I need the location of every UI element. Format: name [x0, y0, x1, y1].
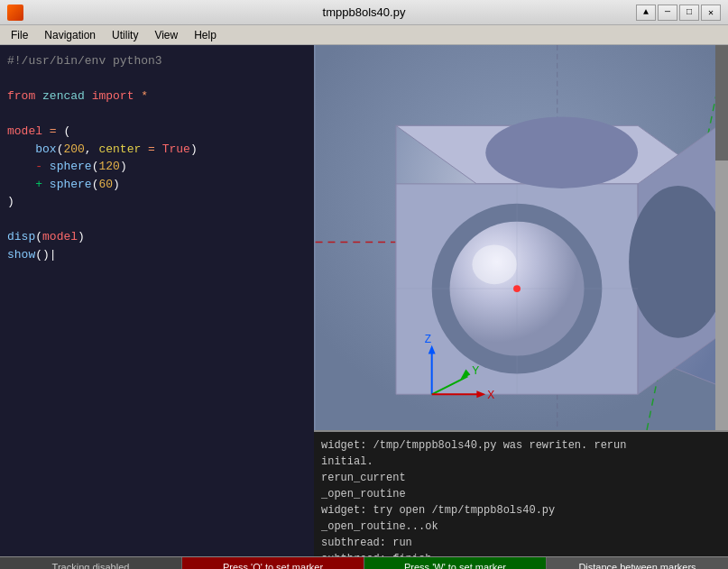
console-line-6: _open_routine...ok — [321, 519, 721, 535]
menu-help[interactable]: Help — [187, 27, 224, 43]
menu-navigation[interactable]: Navigation — [37, 27, 103, 43]
console-panel[interactable]: widget: /tmp/tmppb8ols40.py was rewriten… — [314, 430, 728, 556]
viewport-scrollbar-thumb[interactable] — [715, 45, 728, 161]
menu-file[interactable]: File — [4, 27, 35, 43]
code-editor[interactable]: #!/usr/bin/env python3 from zencad impor… — [0, 45, 314, 556]
main-container: #!/usr/bin/env python3 from zencad impor… — [0, 45, 728, 556]
minimize-button[interactable]: ─ — [658, 5, 677, 21]
right-panel: Z Y X widget: /tmp/tmppb8ols40.py was re… — [314, 45, 728, 556]
app-icon — [7, 5, 23, 21]
scene-svg: Z Y X — [314, 45, 728, 430]
console-line-5: widget: try open /tmp/tmppb8ols40.py — [321, 502, 721, 519]
code-line-show: show()| — [7, 246, 307, 264]
svg-point-16 — [485, 116, 638, 188]
status-q-marker: Press 'Q' to set marker — [182, 557, 364, 569]
console-line-4: _open_routine — [321, 486, 721, 502]
maximize-button[interactable]: □ — [679, 5, 699, 21]
close-button[interactable]: ✕ — [701, 5, 721, 21]
menu-utility[interactable]: Utility — [105, 27, 145, 43]
scroll-up-button[interactable]: ▲ — [636, 5, 656, 21]
console-line-1: widget: /tmp/tmppb8ols40.py was rewriten… — [321, 437, 721, 454]
menu-view[interactable]: View — [147, 27, 185, 43]
svg-text:Y: Y — [472, 364, 479, 377]
console-line-8: subthread: finish — [321, 551, 721, 556]
console-line-3: rerun_current — [321, 470, 721, 486]
status-tracking: Tracking disabled — [0, 557, 182, 569]
viewport-scrollbar[interactable] — [715, 45, 728, 430]
code-line-disp: disp(model) — [7, 228, 307, 246]
code-line-sphere2: + sphere(60) — [7, 176, 307, 194]
status-w-marker: Press 'W' to set marker — [364, 557, 547, 569]
code-line-blank — [7, 70, 307, 88]
window-controls[interactable]: ▲ ─ □ ✕ — [636, 5, 721, 21]
code-line-blank3 — [7, 211, 307, 229]
svg-text:Z: Z — [425, 333, 431, 345]
window-title: tmppb8ols40.py — [323, 5, 406, 19]
menubar: File Navigation Utility View Help — [0, 25, 728, 45]
console-line-2: initial. — [321, 454, 721, 470]
svg-text:X: X — [487, 389, 494, 401]
code-line-shebang: #!/usr/bin/env python3 — [7, 52, 307, 70]
code-line-import: from zencad import * — [7, 87, 307, 106]
status-distance: Distance between markers — [547, 557, 728, 569]
titlebar: tmppb8ols40.py ▲ ─ □ ✕ — [0, 0, 728, 25]
svg-point-30 — [513, 285, 521, 292]
svg-point-15 — [629, 186, 727, 338]
code-line-close: ) — [7, 193, 307, 211]
code-line-blank2 — [7, 106, 307, 124]
code-line-sphere1: - sphere(120) — [7, 158, 307, 176]
titlebar-left — [7, 5, 23, 21]
3d-viewport[interactable]: Z Y X — [314, 45, 728, 430]
code-line-box: box(200, center = True) — [7, 141, 307, 159]
console-line-7: subthread: run — [321, 535, 721, 551]
statusbar: Tracking disabled Press 'Q' to set marke… — [0, 556, 728, 569]
code-line-model: model = ( — [7, 123, 307, 141]
svg-point-18 — [472, 244, 517, 284]
